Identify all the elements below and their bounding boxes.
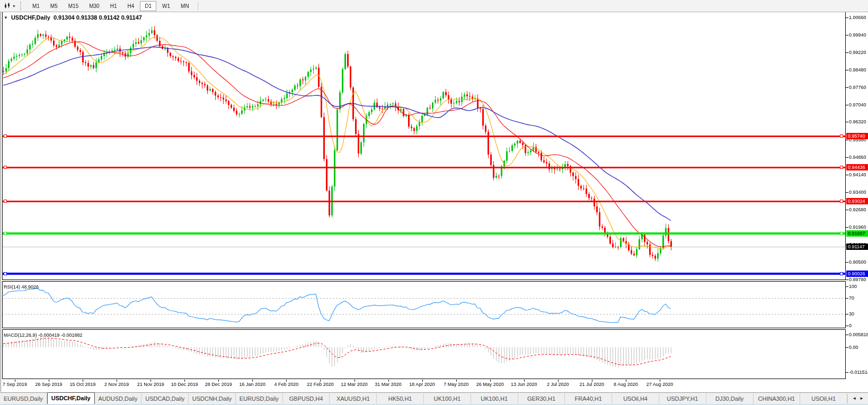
chart-tab[interactable]: DJ30,Daily (706, 393, 754, 404)
date-tick-label: 4 Feb 2020 (274, 382, 299, 387)
price-tick-label: 0.93400 (849, 190, 866, 195)
chart-tab[interactable]: EURUSD,Daily (236, 393, 283, 404)
price-tick-label: 0.92680 (849, 207, 866, 213)
price-tick-label: 0.91960 (849, 224, 866, 230)
chart-tab[interactable]: USOil,H1 (800, 393, 847, 404)
chart-tab[interactable]: USDCHF,Daily (47, 392, 95, 404)
toolbar-grip[interactable] (20, 2, 24, 10)
timeframe-buttons: M1 M5 M15 M30 H1 H4 D1 W1 MN (27, 0, 194, 12)
date-tick-label: 27 Aug 2020 (646, 382, 674, 387)
chart-tab[interactable]: GBPUSD,H4 (283, 393, 330, 404)
chart-ohlc-values: 0.91304 0.91338 0.91142 0.91147 (54, 14, 142, 21)
price-tick-label: 0.99940 (849, 32, 866, 38)
date-tick-label: 13 Jun 2020 (511, 382, 537, 387)
price-tick-label: 0.98480 (849, 67, 866, 73)
date-tick-label: 31 Mar 2020 (375, 382, 402, 387)
timeframe-button[interactable]: M15 (64, 1, 83, 11)
axis-labels-layer: 1.006600.999400.992200.984800.977600.970… (0, 0, 868, 405)
chart-tab[interactable]: CHINA300,H1 (754, 393, 801, 404)
rsi-tick-label: 0 (849, 323, 852, 329)
price-tick-label: 0.94140 (849, 172, 866, 178)
timeframe-button[interactable]: W1 (157, 1, 175, 11)
chart-tab[interactable]: HK50,H1 (377, 393, 424, 404)
date-tick-label: 15 Oct 2019 (70, 382, 96, 387)
chart-tab[interactable]: UK100,H1 (471, 393, 518, 404)
chart-tab[interactable]: USOil,H4 (612, 393, 659, 404)
timeframe-button[interactable]: D1 (140, 1, 156, 11)
chart-tab[interactable]: EURUSD,Daily (0, 393, 47, 404)
price-line-label: 0.94436 (846, 164, 868, 170)
chevron-down-icon: ▼ (12, 4, 16, 8)
date-tick-label: 8 Aug 2020 (614, 382, 638, 387)
macd-indicator-label: MACD(12,26,9) -0.000419 -0.001882 (4, 332, 83, 338)
chart-tab[interactable]: GER30,H1 (518, 393, 565, 404)
collapse-chart-arrow[interactable]: ▼ (4, 15, 8, 20)
price-tick-label: 1.00660 (849, 15, 866, 21)
date-tick-label: 22 Feb 2020 (307, 382, 334, 387)
timeframe-button[interactable]: MN (176, 1, 194, 11)
date-tick-label: 28 Dec 2019 (205, 382, 232, 387)
price-tick-label: 0.97040 (849, 102, 866, 108)
price-tick-label: 0.94860 (849, 155, 866, 160)
chart-tab[interactable]: USDCNH,Daily (189, 393, 236, 404)
mt4-chart-window: ▼ M1 M5 M15 M30 H1 H4 D1 W1 MN (0, 0, 868, 405)
date-tick-label: 2 Jul 2020 (547, 382, 569, 387)
toolbar-separator (198, 2, 198, 10)
date-tick-label: 7 May 2020 (444, 382, 468, 387)
timeframe-button[interactable]: M5 (46, 1, 63, 11)
current-price-label: 0.91147 (846, 244, 868, 250)
price-tick-label: 0.97760 (849, 85, 866, 91)
rsi-tick-label: 100 (849, 284, 857, 290)
date-tick-label: 10 Dec 2019 (171, 382, 198, 387)
candlestick-chart-icon (4, 2, 11, 10)
timeframe-toolbar: ▼ M1 M5 M15 M30 H1 H4 D1 W1 MN (0, 0, 868, 12)
tab-scroll-right-icon[interactable]: ► (860, 397, 864, 401)
price-line-label: 0.95740 (846, 133, 868, 139)
price-line-label: 0.93024 (846, 198, 868, 204)
chart-tab[interactable]: XAUUSD,H1 (330, 393, 377, 404)
price-tick-label: 0.90500 (849, 259, 866, 265)
date-tick-label: 26 Sep 2019 (36, 382, 63, 387)
macd-tick-label: -0.011514 (849, 370, 868, 375)
rsi-tick-label: 70 (849, 295, 854, 301)
macd-tick-label: 0.00 (849, 345, 858, 350)
timeframe-button[interactable]: H4 (122, 1, 139, 11)
date-tick-label: 18 Apr 2020 (409, 382, 435, 387)
chart-title: ▼ USDCHF,Daily 0.91304 0.91338 0.91142 0… (4, 14, 142, 21)
chart-symbol-period: USDCHF,Daily (11, 14, 50, 21)
chart-tab-bar: EURUSD,Daily USDCHF,Daily AUDUSD,Daily U… (0, 392, 868, 404)
chart-tab[interactable]: USDJPY,H1 (659, 393, 706, 404)
timeframe-button[interactable]: M1 (28, 1, 45, 11)
date-tick-label: 21 Nov 2019 (137, 382, 164, 387)
date-tick-label: 12 Mar 2020 (341, 382, 368, 387)
price-tick-label: 0.89780 (849, 277, 866, 283)
chart-tab[interactable]: AUDUSD,Daily (95, 393, 142, 404)
price-line-label: 0.90026 (846, 271, 868, 277)
timeframe-button[interactable]: M30 (84, 1, 104, 11)
price-tick-label: 0.96320 (849, 119, 866, 125)
date-tick-label: 16 Jan 2020 (240, 382, 266, 387)
price-tick-label: 0.99220 (849, 50, 866, 56)
date-tick-label: 7 Sep 2019 (3, 382, 27, 387)
chart-tabs: EURUSD,Daily USDCHF,Daily AUDUSD,Daily U… (0, 393, 847, 404)
price-line-label: 0.91697 (846, 230, 868, 237)
chart-tab[interactable]: FRA40,H1 (565, 393, 612, 404)
rsi-tick-label: 30 (849, 311, 854, 317)
rsi-indicator-label: RSI(14) 48.9026 (4, 284, 39, 290)
tab-scroll-buttons: ◄ ► (847, 394, 868, 403)
chart-tab[interactable]: UK100,H1 (424, 393, 471, 404)
date-tick-label: 21 Jul 2020 (580, 382, 605, 387)
tab-scroll-left-icon[interactable]: ◄ (852, 397, 856, 401)
date-tick-label: 2 Nov 2019 (104, 382, 129, 387)
macd-tick-label: 0.005818 (849, 332, 868, 338)
timeframe-button[interactable]: H1 (105, 1, 122, 11)
date-tick-label: 26 May 2020 (476, 382, 504, 387)
chart-type-button[interactable]: ▼ (2, 2, 18, 10)
chart-tab[interactable]: USDCAD,Daily (141, 393, 189, 404)
